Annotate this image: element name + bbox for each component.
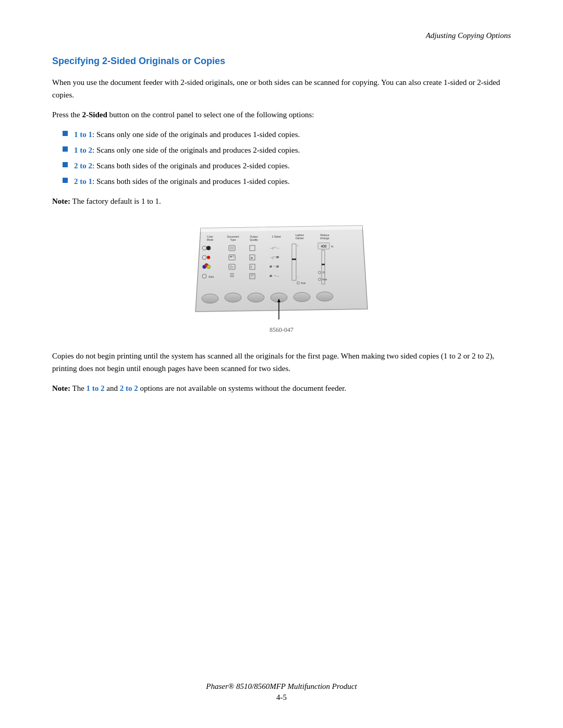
press-text: Press the: [52, 110, 82, 119]
page-footer: Phaser® 8510/8560MFP Multifunction Produ…: [0, 682, 563, 702]
item-text: 2 to 2: Scans both sides of the original…: [74, 159, 290, 172]
svg-text:→|: →|: [270, 246, 274, 250]
intro-text: When you use the document feeder with 2-…: [52, 78, 500, 99]
svg-text:Darken: Darken: [296, 237, 304, 240]
note2-and: and: [105, 384, 120, 392]
svg-point-16: [207, 256, 210, 259]
list-item: 2 to 2: Scans both sides of the original…: [63, 159, 511, 172]
note-paragraph: Note: The factory default is 1 to 1.: [52, 195, 511, 207]
svg-text:→: →: [276, 275, 279, 278]
section-title: Specifying 2-Sided Originals or Copies: [52, 56, 511, 67]
note2-paragraph: Note: The 1 to 2 and 2 to 2 options are …: [52, 382, 511, 394]
svg-text:→|: →|: [270, 256, 274, 259]
body2-text: Copies do not begin printing until the s…: [52, 352, 494, 373]
bullet3-bold: 2 to 2: [74, 162, 92, 170]
svg-point-76: [248, 293, 264, 302]
svg-rect-27: [230, 256, 232, 257]
svg-text:Auto: Auto: [209, 275, 214, 278]
note2-pre: The: [70, 384, 87, 392]
list-item: 1 to 2: Scans only one side of the origi…: [63, 144, 511, 156]
page-header: Adjusting Copying Options: [52, 31, 511, 40]
svg-text:2 Sided: 2 Sided: [272, 235, 281, 238]
bullet4-bold: 2 to 1: [74, 177, 92, 186]
note-bold: Note:: [52, 197, 70, 205]
image-caption: 8560-047: [190, 326, 373, 334]
body2-paragraph: Copies do not begin printing until the s…: [52, 350, 511, 375]
note2-link2: 2 to 2: [120, 384, 138, 392]
press-rest: button on the control panel to select on…: [107, 110, 314, 119]
footer-page: 4-5: [0, 693, 563, 702]
press-bold: 2-Sided: [82, 110, 107, 119]
item-text: 1 to 1: Scans only one side of the origi…: [74, 128, 300, 141]
svg-text:Auto: Auto: [322, 278, 327, 281]
svg-text:400: 400: [321, 244, 327, 248]
list-item: 1 to 1: Scans only one side of the origi…: [63, 128, 511, 141]
bullet2-bold: 1 to 2: [74, 146, 92, 154]
svg-text:⇄: ⇄: [276, 265, 279, 268]
header-text: Adjusting Copying Options: [426, 31, 511, 40]
bullet3-rest: : Scans both sides of the originals and …: [92, 162, 290, 170]
note2-rest: options are not available on systems wit…: [138, 384, 347, 392]
press-paragraph: Press the 2-Sided button on the control …: [52, 108, 511, 121]
svg-text:Enlarge: Enlarge: [320, 237, 329, 240]
control-panel-svg: Color Mode Document Type Output Quality …: [190, 218, 373, 322]
bullet4-rest: : Scans both sides of the originals and …: [92, 177, 290, 186]
svg-text:75: 75: [322, 272, 325, 274]
list-item: 2 to 1: Scans both sides of the original…: [63, 175, 511, 188]
note-rest: The factory default is 1 to 1.: [70, 197, 161, 205]
svg-text:Quality: Quality: [250, 238, 258, 241]
svg-point-19: [207, 265, 211, 269]
svg-point-79: [316, 292, 333, 301]
bullet-icon: [63, 178, 68, 183]
svg-text:⇄: ⇄: [270, 265, 272, 268]
panel-wrapper: Color Mode Document Type Output Quality …: [190, 218, 373, 334]
svg-text:⇄: ⇄: [276, 256, 279, 259]
bullet-icon: [63, 146, 68, 152]
item-text: 1 to 2: Scans only one side of the origi…: [74, 144, 300, 156]
note2-bold: Note:: [52, 384, 70, 392]
page-container: Adjusting Copying Options Specifying 2-S…: [0, 0, 563, 728]
options-list: 1 to 1: Scans only one side of the origi…: [63, 128, 511, 188]
svg-rect-69: [322, 264, 325, 265]
svg-point-78: [293, 292, 310, 302]
item-text: 2 to 1: Scans both sides of the original…: [74, 175, 290, 188]
svg-point-74: [202, 294, 218, 303]
note2-link1: 1 to 2: [87, 384, 105, 392]
svg-text:+: +: [297, 244, 299, 247]
svg-text:→: →: [276, 246, 279, 250]
bullet-icon: [63, 131, 68, 136]
bullet2-rest: : Scans only one side of the originals a…: [92, 146, 300, 154]
intro-paragraph: When you use the document feeder with 2-…: [52, 76, 511, 101]
svg-rect-60: [292, 258, 296, 260]
svg-text:%: %: [331, 245, 334, 248]
bullet-icon: [63, 162, 68, 167]
footer-title: Phaser® 8510/8560MFP Multifunction Produ…: [0, 682, 563, 691]
svg-text:Auto: Auto: [301, 282, 306, 285]
bullet1-bold: 1 to 1: [74, 130, 92, 139]
bullet1-rest: : Scans only one side of the originals a…: [92, 130, 300, 139]
svg-point-14: [206, 246, 211, 250]
svg-point-75: [225, 293, 241, 302]
svg-text:Mode: Mode: [207, 238, 214, 241]
svg-text:⇄: ⇄: [270, 275, 272, 278]
svg-text:Type: Type: [230, 238, 236, 241]
control-panel-image: Color Mode Document Type Output Quality …: [52, 218, 511, 334]
